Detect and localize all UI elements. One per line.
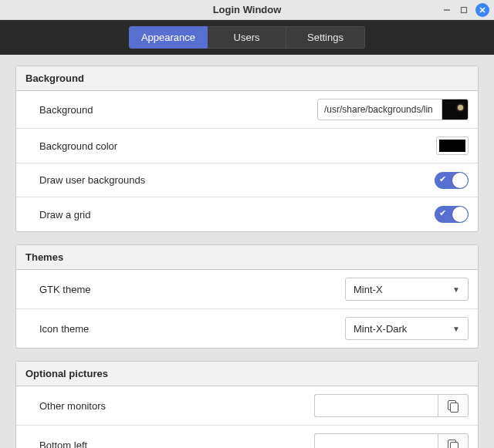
row-gtk-theme: GTK theme Mint-X ▼ bbox=[16, 270, 478, 309]
browse-icon bbox=[448, 440, 458, 448]
icon-theme-select[interactable]: Mint-X-Dark ▼ bbox=[345, 317, 469, 340]
bottom-left-browse-button[interactable] bbox=[438, 433, 469, 448]
background-chooser[interactable]: /usr/share/backgrounds/lin bbox=[317, 99, 469, 120]
titlebar: Login Window bbox=[0, 0, 494, 20]
icon-theme-value: Mint-X-Dark bbox=[354, 323, 407, 335]
group-themes: Themes GTK theme Mint-X ▼ Icon theme Min… bbox=[15, 244, 479, 349]
toggle-knob bbox=[452, 207, 468, 222]
label-gtk-theme: GTK theme bbox=[39, 284, 345, 295]
background-color-button[interactable] bbox=[436, 136, 469, 155]
bottom-left-input[interactable] bbox=[314, 433, 438, 448]
browse-icon bbox=[448, 400, 458, 411]
label-background-color: Background color bbox=[39, 140, 436, 152]
maximize-button[interactable] bbox=[458, 5, 469, 15]
chevron-down-icon: ▼ bbox=[452, 285, 460, 294]
label-other-monitors: Other monitors bbox=[39, 400, 314, 412]
window-buttons bbox=[442, 3, 489, 17]
svg-rect-1 bbox=[462, 8, 467, 13]
other-monitors-browse-button[interactable] bbox=[438, 394, 469, 417]
tab-settings[interactable]: Settings bbox=[286, 26, 365, 49]
row-background: Background /usr/share/backgrounds/lin bbox=[16, 91, 478, 129]
group-title-themes: Themes bbox=[16, 245, 478, 270]
label-background: Background bbox=[39, 104, 317, 116]
row-draw-grid: Draw a grid ✔ bbox=[16, 197, 478, 231]
toggle-draw-user-backgrounds[interactable]: ✔ bbox=[435, 172, 469, 189]
other-monitors-input[interactable] bbox=[314, 394, 438, 417]
row-draw-user-bg: Draw user backgrounds ✔ bbox=[16, 163, 478, 197]
label-bottom-left: Bottom left bbox=[39, 440, 314, 449]
row-other-monitors: Other monitors bbox=[16, 386, 478, 426]
background-path: /usr/share/backgrounds/lin bbox=[318, 99, 442, 120]
chevron-down-icon: ▼ bbox=[452, 325, 460, 333]
tab-users[interactable]: Users bbox=[208, 26, 286, 49]
tabstrip: Appearance Users Settings bbox=[0, 20, 494, 55]
swatch-icon bbox=[439, 140, 465, 152]
background-thumbnail bbox=[442, 99, 468, 120]
group-optional-pictures: Optional pictures Other monitors Bottom … bbox=[15, 361, 479, 448]
group-background: Background Background /usr/share/backgro… bbox=[15, 66, 479, 232]
row-bottom-left: Bottom left bbox=[16, 426, 478, 448]
label-draw-user-bg: Draw user backgrounds bbox=[39, 174, 435, 186]
group-title-optional: Optional pictures bbox=[16, 362, 478, 386]
check-icon: ✔ bbox=[439, 174, 446, 184]
toggle-knob bbox=[452, 173, 468, 188]
group-title-background: Background bbox=[16, 66, 478, 91]
close-button[interactable] bbox=[475, 3, 489, 17]
minimize-button[interactable] bbox=[442, 5, 452, 15]
tab-appearance[interactable]: Appearance bbox=[129, 26, 208, 49]
label-icon-theme: Icon theme bbox=[39, 323, 345, 335]
gtk-theme-value: Mint-X bbox=[354, 284, 383, 295]
label-draw-grid: Draw a grid bbox=[39, 209, 435, 221]
content: Background Background /usr/share/backgro… bbox=[0, 55, 494, 448]
gtk-theme-select[interactable]: Mint-X ▼ bbox=[345, 278, 469, 301]
check-icon: ✔ bbox=[439, 208, 446, 218]
window-title: Login Window bbox=[0, 4, 494, 15]
toggle-draw-grid[interactable]: ✔ bbox=[435, 206, 469, 223]
row-icon-theme: Icon theme Mint-X-Dark ▼ bbox=[16, 309, 478, 348]
row-background-color: Background color bbox=[16, 129, 478, 163]
